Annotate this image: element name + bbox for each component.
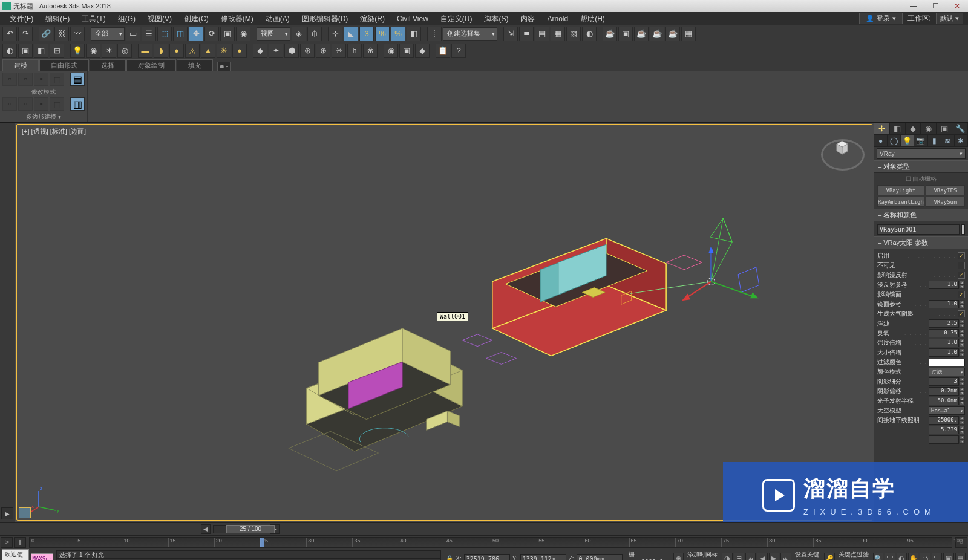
menu-scripting[interactable]: 脚本(S) bbox=[478, 12, 514, 25]
percent-snap-button[interactable]: % bbox=[375, 27, 390, 41]
menu-graph-editors[interactable]: 图形编辑器(D) bbox=[296, 12, 355, 25]
viewport-thumb[interactable] bbox=[19, 507, 31, 518]
time-prev-button[interactable]: ◀ bbox=[201, 524, 211, 534]
tab-create-icon[interactable]: ✢ bbox=[874, 123, 890, 134]
curve-editor-button[interactable]: ▦ bbox=[551, 27, 565, 41]
rb-2[interactable]: ▫ bbox=[18, 73, 33, 86]
tab-hierarchy-icon[interactable]: ◆ bbox=[906, 123, 921, 134]
rb-5[interactable]: ▤ bbox=[70, 73, 85, 86]
ribbon-tab-selection[interactable]: 选择 bbox=[90, 59, 126, 71]
spin-shadow-subdiv[interactable]: 3 bbox=[929, 377, 959, 386]
close-button[interactable]: ✕ bbox=[946, 0, 968, 12]
key-filter-label[interactable]: 关键点过滤器 bbox=[839, 550, 869, 561]
rect-region-button[interactable]: ⬚ bbox=[157, 27, 172, 41]
sub-lights-icon[interactable]: 💡 bbox=[901, 135, 914, 146]
rollout-name-color[interactable]: 名称和颜色 bbox=[874, 209, 968, 221]
ribbon-tab-freeform[interactable]: 自由形式 bbox=[39, 59, 89, 71]
use-pivot-center-button[interactable]: ◈ bbox=[292, 27, 306, 41]
align-button[interactable]: ⇲ bbox=[503, 27, 518, 41]
menu-rendering[interactable]: 渲染(R) bbox=[354, 12, 391, 25]
sb-zoom[interactable]: 🔍 bbox=[873, 553, 883, 561]
cyl-prim-button[interactable]: ● bbox=[169, 44, 184, 58]
tb2-g1[interactable]: ◆ bbox=[253, 44, 267, 58]
spin-ground-albedo[interactable]: 5.739 bbox=[929, 426, 959, 434]
time-slider-track[interactable]: 25 / 100 bbox=[213, 525, 267, 533]
viewport-perspective[interactable]: [+] [透视] [标准] [边面] bbox=[16, 124, 872, 521]
rb-4[interactable]: ◻ bbox=[50, 73, 64, 86]
tb2-4[interactable]: ⊞ bbox=[50, 44, 64, 58]
light-button[interactable]: 💡 bbox=[70, 44, 85, 58]
key-mode-button[interactable]: ⊳ bbox=[1, 537, 13, 548]
tb2-g3[interactable]: ⬢ bbox=[284, 44, 299, 58]
rollout-object-type[interactable]: 对象类型 bbox=[874, 160, 968, 173]
sub-systems-icon[interactable]: ✱ bbox=[955, 135, 968, 146]
help-button[interactable]: ? bbox=[451, 44, 466, 58]
sb-2[interactable]: ⊞ bbox=[734, 553, 744, 561]
rendered-frame-button[interactable]: ▣ bbox=[618, 27, 633, 41]
workspace-dropdown[interactable]: 默认 ▾ bbox=[936, 13, 963, 24]
mini-play-button[interactable]: ▶ bbox=[1, 507, 13, 519]
spin-specular-mult[interactable]: 1.0 bbox=[929, 300, 959, 308]
select-place-button[interactable]: ◉ bbox=[236, 27, 250, 41]
render-setup-button[interactable]: ☕ bbox=[603, 27, 617, 41]
spinner-snap-button[interactable]: % bbox=[391, 27, 405, 41]
maximize-button[interactable]: ☐ bbox=[924, 0, 946, 12]
tb2-7[interactable]: ✶ bbox=[102, 44, 116, 58]
render-button[interactable]: ☕ bbox=[634, 27, 649, 41]
coord-x[interactable]: 32519.786 bbox=[464, 554, 510, 561]
menu-tools[interactable]: 工具(T) bbox=[76, 12, 111, 25]
select-object-button[interactable]: ▭ bbox=[126, 27, 140, 41]
tb2-h3[interactable]: ◆ bbox=[415, 44, 430, 58]
menu-civil-view[interactable]: Civil View bbox=[391, 12, 434, 25]
unlink-button[interactable]: ⛓ bbox=[54, 27, 69, 41]
chk-affect-diffuse[interactable]: ✓ bbox=[958, 272, 965, 279]
sb-5[interactable]: ▶ bbox=[769, 553, 779, 561]
select-manipulate-button[interactable]: ⫛ bbox=[307, 27, 322, 41]
select-move-button[interactable]: ✥ bbox=[189, 27, 203, 41]
spin-size[interactable]: 1.0 bbox=[929, 348, 959, 357]
sb-3[interactable]: ⏮ bbox=[745, 553, 756, 561]
tb2-g2[interactable]: ✦ bbox=[269, 44, 283, 58]
tab-motion-icon[interactable]: ◉ bbox=[921, 123, 937, 134]
tb2-g6[interactable]: ✳ bbox=[332, 44, 346, 58]
sub-helpers-icon[interactable]: ▮ bbox=[928, 135, 941, 146]
schematic-button[interactable]: ▧ bbox=[566, 27, 581, 41]
tb2-6[interactable]: ◉ bbox=[86, 44, 100, 58]
redo-button[interactable]: ↷ bbox=[18, 27, 33, 41]
select-by-name-button[interactable]: ☰ bbox=[142, 27, 156, 41]
add-time-tag-label[interactable]: 添加时间标记 bbox=[687, 550, 718, 561]
btn-vraylight[interactable]: VRayLight bbox=[877, 185, 924, 195]
rollout-vraysun-params[interactable]: VRay太阳 参数 bbox=[874, 236, 968, 249]
sb-4[interactable]: ◀ bbox=[757, 553, 767, 561]
menu-create[interactable]: 创建(C) bbox=[178, 12, 215, 25]
cone-prim-button[interactable]: ▲ bbox=[201, 44, 215, 58]
color-mode-drop[interactable]: 过滤 bbox=[929, 368, 965, 376]
menu-animation[interactable]: 动画(A) bbox=[260, 12, 296, 25]
tb2-2[interactable]: ▣ bbox=[18, 44, 33, 58]
spin-horizon[interactable]: 25000. bbox=[929, 416, 959, 425]
tb2-h1[interactable]: ◉ bbox=[384, 44, 398, 58]
chk-enable[interactable]: ✓ bbox=[958, 252, 965, 259]
window-crossing-button[interactable]: ◫ bbox=[173, 27, 188, 41]
sun-prim-button[interactable]: ☀ bbox=[217, 44, 231, 58]
sphere-prim-button[interactable]: ◗ bbox=[154, 44, 168, 58]
undo-button[interactable]: ↶ bbox=[2, 27, 17, 41]
btn-vraysun[interactable]: VRaySun bbox=[926, 197, 965, 207]
sb-fov[interactable]: ◐ bbox=[897, 553, 907, 561]
spin-intensity[interactable]: 1.0 bbox=[929, 339, 959, 347]
tb2-3[interactable]: ◧ bbox=[34, 44, 48, 58]
sub-shapes-icon[interactable]: ◯ bbox=[888, 135, 901, 146]
ribbon-tab-modeling[interactable]: 建模 bbox=[2, 59, 39, 71]
render4-button[interactable]: ▦ bbox=[681, 27, 696, 41]
minimize-button[interactable]: — bbox=[903, 0, 924, 12]
btn-vrayies[interactable]: VRayIES bbox=[926, 185, 965, 195]
rb-6[interactable]: ▫ bbox=[2, 97, 17, 111]
tb2-i1[interactable]: 📋 bbox=[436, 44, 450, 58]
chk-affect-specular[interactable]: ✓ bbox=[958, 291, 965, 298]
rb-9[interactable]: ◻ bbox=[50, 97, 64, 111]
selection-filter-combo[interactable]: 全部 bbox=[91, 27, 125, 41]
menu-arnold[interactable]: Arnold bbox=[541, 12, 574, 25]
ribbon-toggle[interactable]: ⏺ ▾ bbox=[217, 62, 231, 71]
menu-edit[interactable]: 编辑(E) bbox=[39, 12, 76, 25]
rb-1[interactable]: ▫ bbox=[2, 73, 17, 86]
